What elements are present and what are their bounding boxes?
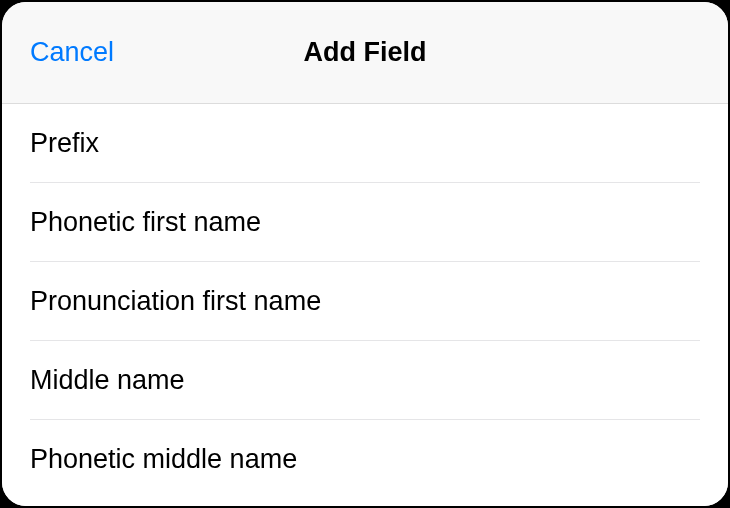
list-item-label: Phonetic first name: [30, 207, 261, 237]
cancel-button[interactable]: Cancel: [30, 37, 114, 68]
list-item-middle-name[interactable]: Middle name: [2, 341, 728, 420]
field-list: Prefix Phonetic first name Pronunciation…: [2, 104, 728, 506]
list-item-label: Phonetic middle name: [30, 444, 297, 474]
modal-title: Add Field: [304, 37, 427, 68]
list-item-label: Pronunciation first name: [30, 286, 321, 316]
list-item-prefix[interactable]: Prefix: [2, 104, 728, 183]
list-item-phonetic-middle-name[interactable]: Phonetic middle name: [2, 420, 728, 498]
list-item-phonetic-first-name[interactable]: Phonetic first name: [2, 183, 728, 262]
list-item-pronunciation-first-name[interactable]: Pronunciation first name: [2, 262, 728, 341]
list-item-label: Prefix: [30, 128, 99, 158]
add-field-modal: Cancel Add Field Prefix Phonetic first n…: [2, 2, 728, 506]
list-item-label: Middle name: [30, 365, 185, 395]
modal-header: Cancel Add Field: [2, 2, 728, 104]
